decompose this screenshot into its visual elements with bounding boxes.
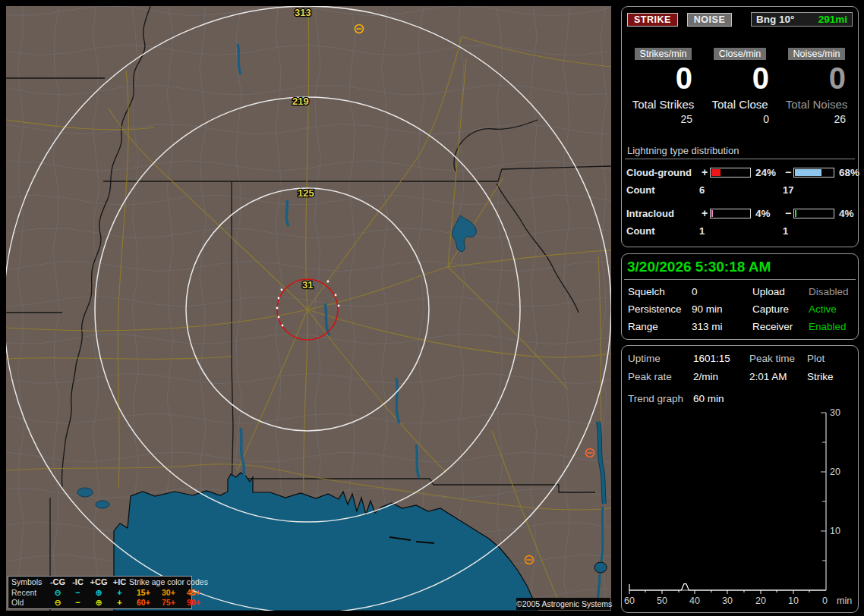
trend-panel: Uptime 1601:15 Peak time Plot Peak rate … <box>621 345 859 613</box>
noises-column: Noises/min 0 Total Noises 26 <box>778 46 855 125</box>
legend-header-neg-cg: -CG <box>47 577 68 588</box>
plot-value: Strike <box>807 371 852 382</box>
cloud-ground-label: Cloud-ground <box>626 167 699 178</box>
total-close-label: Total Close <box>702 98 778 111</box>
intracloud-count-row: Count 1 1 <box>626 225 853 237</box>
x-tick-10: 10 <box>788 596 799 606</box>
ic-positive-pct: 4% <box>751 208 783 219</box>
age-code-30: 30+ <box>162 588 187 599</box>
capture-state: Active <box>809 303 852 315</box>
legend-header-pos-ic: +IC <box>110 577 129 588</box>
total-noises-value: 26 <box>778 113 855 125</box>
range-value: 313 mi <box>692 321 752 332</box>
status-row: Persistence 90 min Capture Active <box>628 303 852 315</box>
legend-row-old-label: Old <box>11 598 47 608</box>
status-row: Squelch 0 Upload Disabled <box>628 286 852 297</box>
copyright-text: ©2005 Astrogenic Systems <box>516 598 610 610</box>
persistence-label: Persistence <box>628 303 692 315</box>
peak-time-value: 2:01 AM <box>749 371 807 382</box>
total-strikes-value: 25 <box>625 113 702 125</box>
recent-neg-ic-icon: − <box>68 588 87 599</box>
noises-per-min-value: 0 <box>778 61 855 95</box>
cg-positive-pct: 24% <box>751 167 783 178</box>
peak-rate-value: 2/min <box>693 371 749 382</box>
datetime-display: 3/20/2026 5:30:18 AM <box>627 259 853 275</box>
status-panel: 3/20/2026 5:30:18 AM Squelch 0 Upload Di… <box>621 253 859 340</box>
noise-mode-button[interactable]: NOISE <box>687 13 732 27</box>
lightning-map[interactable]: 313 219 125 31 Symbols -CG -IC +CG +IC S… <box>6 6 611 611</box>
info-row: Uptime 1601:15 Peak time Plot <box>628 353 852 364</box>
x-tick-0: 0 <box>822 596 828 606</box>
stats-panel: STRIKE NOISE Bng 10° 291mi Strikes/min 0… <box>621 6 859 247</box>
close-per-min-badge[interactable]: Close/min <box>714 48 767 60</box>
peak-rate-label: Peak rate <box>628 371 693 382</box>
age-code-90: 90+ <box>187 598 212 608</box>
plus-sign: + <box>699 166 710 178</box>
noises-per-min-badge[interactable]: Noises/min <box>788 48 846 60</box>
x-unit-label: min <box>837 596 852 606</box>
minus-sign: − <box>783 207 793 219</box>
strikes-column: Strikes/min 0 Total Strikes 25 <box>625 46 702 125</box>
upload-state: Disabled <box>809 286 852 297</box>
legend-age-title: Strike age color codes <box>129 577 212 588</box>
squelch-value: 0 <box>692 286 752 297</box>
trend-series-strike <box>629 584 826 590</box>
upload-label: Upload <box>752 286 809 297</box>
ic-negative-bar <box>793 209 834 218</box>
ic-positive-count: 1 <box>699 225 783 237</box>
intracloud-row: Intracloud + 4% − 4% <box>626 207 853 219</box>
distribution-title: Lightning type distribution <box>625 145 855 159</box>
ring-label-219: 219 <box>292 96 309 107</box>
uptime-value: 1601:15 <box>693 353 749 364</box>
strike-mode-button[interactable]: STRIKE <box>627 13 678 27</box>
cg-positive-bar <box>710 168 751 178</box>
receiver-state: Enabled <box>809 321 852 332</box>
ring-label-31: 31 <box>302 279 313 291</box>
total-close-value: 0 <box>702 113 778 125</box>
x-tick-30: 30 <box>722 596 733 606</box>
close-column: Close/min 0 Total Close 0 <box>702 46 778 125</box>
map-canvas[interactable]: 313 219 125 31 <box>6 6 611 611</box>
cg-negative-pct: 68% <box>834 167 864 178</box>
legend-header-pos-cg: +CG <box>87 577 110 588</box>
peak-time-label: Peak time <box>749 353 807 364</box>
age-code-75: 75+ <box>162 598 187 608</box>
old-neg-ic-icon: − <box>68 598 87 608</box>
total-strikes-label: Total Strikes <box>625 98 702 111</box>
recent-pos-ic-icon: + <box>110 588 129 599</box>
plus-sign: + <box>699 207 710 219</box>
bearing-distance: 291mi <box>818 14 847 25</box>
legend-header-neg-ic: -IC <box>68 577 87 588</box>
recent-neg-cg-icon: ⊖ <box>47 588 68 599</box>
x-tick-20: 20 <box>755 596 766 606</box>
app-window: 313 219 125 31 Symbols -CG -IC +CG +IC S… <box>0 0 864 616</box>
old-pos-ic-icon: + <box>110 598 129 608</box>
ring-label-125: 125 <box>298 187 314 199</box>
age-code-15: 15+ <box>137 588 162 599</box>
count-label: Count <box>626 225 699 237</box>
plot-label: Plot <box>807 353 852 364</box>
cg-negative-bar <box>793 168 834 178</box>
total-noises-label: Total Noises <box>778 98 855 111</box>
bearing-readout: Bng 10° 291mi <box>751 12 853 27</box>
x-ticks <box>629 590 809 594</box>
squelch-label: Squelch <box>628 286 692 297</box>
ic-negative-count: 1 <box>783 225 853 237</box>
trend-graph-value: 60 min <box>693 393 749 404</box>
legend-row-recent-label: Recent <box>11 588 47 599</box>
x-tick-50: 50 <box>657 596 667 606</box>
strikes-per-min-badge[interactable]: Strikes/min <box>635 48 692 60</box>
close-per-min-value: 0 <box>702 61 778 95</box>
age-code-45: 45+ <box>187 588 212 599</box>
cloud-ground-count-row: Count 6 17 <box>626 184 853 196</box>
cg-positive-count: 6 <box>699 184 783 196</box>
age-code-60: 60+ <box>137 598 162 608</box>
count-label: Count <box>626 184 699 196</box>
x-tick-40: 40 <box>689 596 700 606</box>
uptime-label: Uptime <box>628 353 693 364</box>
ring-label-313: 313 <box>295 7 311 18</box>
y-tick-30: 30 <box>830 407 840 418</box>
trend-axes <box>629 413 826 590</box>
y-tick-10: 10 <box>830 526 840 536</box>
recent-pos-cg-icon: ⊕ <box>87 588 110 599</box>
